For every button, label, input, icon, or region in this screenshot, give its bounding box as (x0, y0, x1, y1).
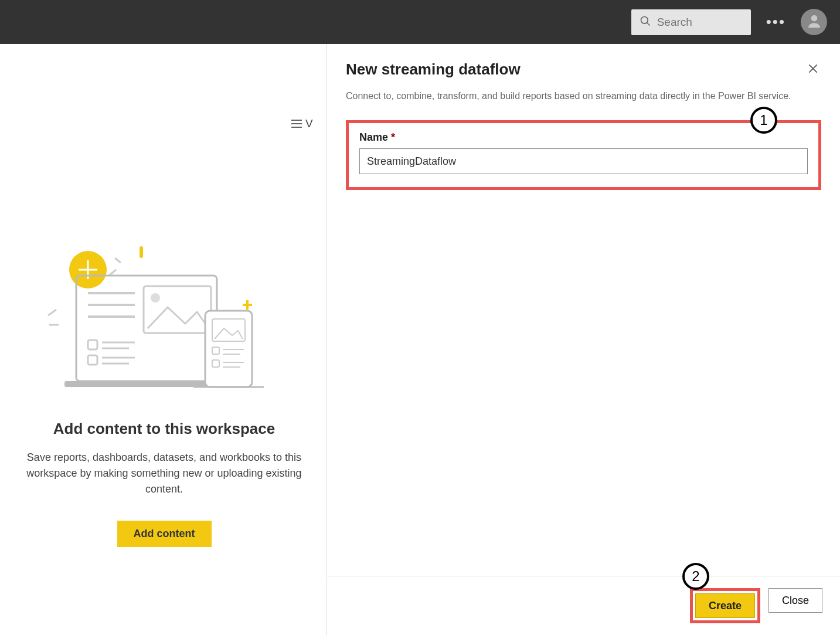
svg-rect-9 (76, 276, 217, 381)
svg-point-15 (151, 293, 160, 303)
search-box[interactable] (631, 9, 751, 35)
empty-state-illustration (41, 246, 287, 399)
svg-line-6 (115, 258, 121, 263)
new-dataflow-panel: New streaming dataflow Connect to, combi… (327, 44, 840, 635)
user-avatar[interactable] (801, 9, 827, 35)
name-input[interactable] (359, 148, 808, 174)
empty-state: Add content to this workspace Save repor… (0, 246, 328, 547)
view-toggle-label: V (305, 117, 313, 130)
svg-rect-14 (144, 286, 211, 333)
name-field-label: Name * (359, 131, 395, 143)
callout-badge-2: 2 (682, 563, 709, 590)
svg-point-2 (811, 15, 817, 21)
svg-line-33 (48, 310, 56, 315)
required-mark: * (391, 131, 395, 143)
svg-rect-8 (140, 246, 143, 258)
close-button[interactable]: Close (768, 588, 822, 613)
panel-title: New streaming dataflow (346, 60, 521, 79)
empty-state-subtitle: Save reports, dashboards, datasets, and … (0, 450, 328, 497)
more-options-button[interactable]: ••• (763, 13, 789, 31)
create-button-callout: 2 Create (690, 588, 760, 623)
create-button[interactable]: Create (695, 593, 755, 618)
close-icon (807, 66, 819, 76)
svg-rect-16 (88, 340, 97, 349)
panel-footer: 2 Create Close (327, 576, 840, 635)
search-icon (640, 15, 651, 29)
svg-rect-19 (88, 355, 97, 365)
topbar: ••• (0, 0, 840, 44)
svg-line-1 (647, 22, 649, 25)
ellipsis-icon: ••• (766, 13, 785, 30)
list-view-icon (291, 120, 302, 128)
callout-badge-1: 1 (750, 107, 777, 134)
search-input[interactable] (657, 16, 743, 29)
panel-close-button[interactable] (805, 60, 821, 79)
person-icon (805, 12, 823, 32)
svg-point-0 (641, 16, 648, 23)
empty-state-title: Add content to this workspace (53, 420, 276, 438)
add-content-button[interactable]: Add content (117, 521, 212, 547)
name-field-callout: 1 Name * (346, 120, 821, 190)
name-label-text: Name (359, 131, 388, 143)
view-toggle[interactable]: V (291, 117, 313, 130)
